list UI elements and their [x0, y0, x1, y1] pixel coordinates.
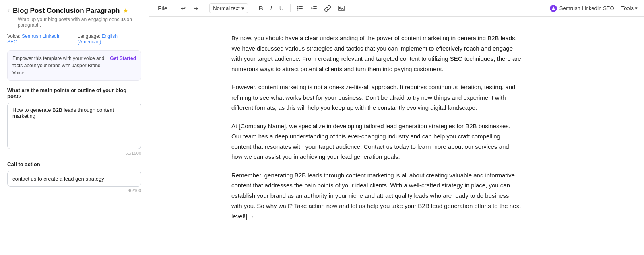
toolbar-separator: [205, 4, 205, 12]
svg-rect-3: [299, 8, 303, 9]
left-panel: ‹ Blog Post Conclusion Paragraph ★ Wrap …: [0, 0, 149, 255]
undo-button[interactable]: ↩: [178, 3, 188, 14]
text-cursor: [246, 214, 247, 220]
toolbar-right: Semrush LinkedIn SEO Tools ▾: [547, 3, 638, 14]
image-icon: [338, 5, 345, 12]
page-subtitle: Wrap up your blog posts with an engaging…: [18, 16, 141, 28]
field2-char-count: 40/100: [7, 188, 141, 193]
field1-char-count: 51/1500: [7, 151, 141, 156]
field2-input[interactable]: contact us to create a lead gen strategy: [12, 176, 136, 182]
field1-textarea[interactable]: How to generate B2B leads through conten…: [12, 107, 136, 143]
field2-label: Call to action: [7, 161, 141, 167]
link-button[interactable]: [322, 4, 333, 13]
tools-chevron-icon: ▾: [635, 5, 638, 11]
semrush-label: Semrush LinkedIn SEO: [559, 5, 614, 11]
paragraph-1: By now, you should have a clear understa…: [231, 33, 521, 74]
star-icon[interactable]: ★: [123, 7, 128, 14]
redo-button[interactable]: ↪: [191, 3, 201, 14]
svg-rect-11: [313, 10, 317, 10]
toolbar-separator: [290, 4, 291, 12]
unordered-list-icon: [297, 5, 303, 12]
semrush-button[interactable]: Semrush LinkedIn SEO: [547, 3, 617, 14]
svg-point-0: [297, 6, 298, 7]
svg-rect-1: [299, 6, 303, 7]
svg-point-2: [297, 8, 298, 9]
toolbar-separator: [174, 4, 174, 12]
language-label: Language: English (American): [78, 33, 142, 45]
svg-point-4: [297, 9, 298, 10]
paragraph-3: At [Company Name], we specialize in deve…: [231, 121, 521, 162]
italic-button[interactable]: I: [268, 3, 274, 13]
bullets-button[interactable]: [295, 4, 306, 13]
voice-language-row: Voice: Semrush LinkedIn SEO Language: En…: [7, 33, 141, 45]
brand-voice-box: Empower this template with your voice an…: [7, 50, 141, 81]
text-style-dropdown[interactable]: Normal text ▾: [209, 3, 248, 13]
link-icon: [324, 5, 331, 12]
left-header: ‹ Blog Post Conclusion Paragraph ★: [7, 6, 141, 15]
numbered-list-button[interactable]: 1. 2. 3.: [308, 4, 320, 13]
toolbar: File ↩ ↪ Normal text ▾ B I U 1. 2.: [149, 0, 644, 17]
ordered-list-icon: 1. 2. 3.: [311, 5, 317, 12]
file-button[interactable]: File: [155, 3, 170, 13]
field2-input-wrap: contact us to create a lead gen strategy: [7, 171, 141, 187]
text-style-label: Normal text: [213, 5, 239, 11]
paragraph-2: However, content marketing is not a one-…: [231, 82, 521, 113]
back-arrow-icon[interactable]: ‹: [7, 6, 10, 15]
page-title: Blog Post Conclusion Paragraph: [13, 7, 120, 15]
field1-label: What are the main points or outline of y…: [7, 87, 141, 99]
semrush-icon: [550, 5, 557, 12]
svg-rect-9: [313, 8, 317, 9]
right-panel: File ↩ ↪ Normal text ▾ B I U 1. 2.: [149, 0, 644, 255]
toolbar-separator: [252, 4, 252, 12]
brand-voice-text: Empower this template with your voice an…: [12, 55, 105, 76]
cursor-arrow-icon: →: [247, 214, 254, 220]
editor-area[interactable]: By now, you should have a clear understa…: [149, 17, 644, 255]
svg-text:3.: 3.: [311, 8, 313, 11]
paragraph-4: Remember, generating B2B leads through c…: [231, 170, 521, 222]
field1-textarea-wrap: How to generate B2B leads through conten…: [7, 103, 141, 149]
voice-label: Voice: Semrush LinkedIn SEO: [7, 33, 71, 45]
tools-label: Tools: [621, 5, 634, 11]
svg-rect-5: [299, 10, 303, 10]
image-button[interactable]: [336, 4, 347, 13]
chevron-down-icon: ▾: [242, 5, 244, 11]
bold-button[interactable]: B: [256, 3, 266, 13]
tools-button[interactable]: Tools ▾: [621, 5, 638, 11]
get-started-button[interactable]: Get Started: [110, 55, 136, 62]
editor-content: By now, you should have a clear understa…: [231, 33, 521, 221]
underline-button[interactable]: U: [277, 3, 286, 13]
svg-rect-7: [313, 6, 317, 7]
